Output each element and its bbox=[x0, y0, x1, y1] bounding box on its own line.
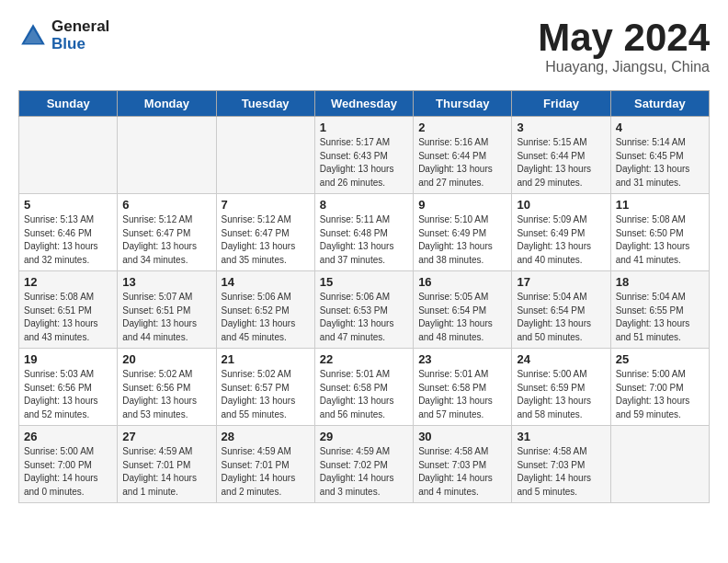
calendar-cell bbox=[118, 117, 216, 194]
day-number: 21 bbox=[222, 352, 310, 366]
calendar-cell: 2Sunrise: 5:16 AM Sunset: 6:44 PM Daylig… bbox=[414, 117, 512, 194]
day-info: Sunrise: 5:07 AM Sunset: 6:51 PM Dayligh… bbox=[122, 291, 210, 344]
calendar-body: 1Sunrise: 5:17 AM Sunset: 6:43 PM Daylig… bbox=[19, 117, 710, 503]
day-info: Sunrise: 5:13 AM Sunset: 6:46 PM Dayligh… bbox=[24, 213, 112, 267]
calendar-cell: 21Sunrise: 5:02 AM Sunset: 6:57 PM Dayli… bbox=[216, 349, 314, 426]
calendar-cell: 8Sunrise: 5:11 AM Sunset: 6:48 PM Daylig… bbox=[314, 194, 413, 271]
day-number: 12 bbox=[24, 275, 112, 289]
day-number: 10 bbox=[517, 198, 605, 212]
day-info: Sunrise: 5:00 AM Sunset: 7:00 PM Dayligh… bbox=[616, 368, 704, 421]
day-info: Sunrise: 5:08 AM Sunset: 6:51 PM Dayligh… bbox=[24, 291, 112, 344]
header-day-saturday: Saturday bbox=[610, 91, 709, 117]
calendar-cell: 30Sunrise: 4:58 AM Sunset: 7:03 PM Dayli… bbox=[414, 426, 512, 503]
day-number: 11 bbox=[616, 198, 704, 212]
day-info: Sunrise: 5:04 AM Sunset: 6:54 PM Dayligh… bbox=[517, 291, 605, 344]
logo: General Blue bbox=[18, 18, 109, 52]
day-info: Sunrise: 5:09 AM Sunset: 6:49 PM Dayligh… bbox=[517, 213, 605, 267]
calendar-cell bbox=[19, 117, 118, 194]
day-number: 30 bbox=[418, 430, 506, 443]
calendar-cell: 7Sunrise: 5:12 AM Sunset: 6:47 PM Daylig… bbox=[216, 194, 314, 271]
day-info: Sunrise: 4:59 AM Sunset: 7:01 PM Dayligh… bbox=[122, 445, 210, 499]
day-number: 9 bbox=[418, 198, 506, 212]
logo-general: General bbox=[51, 18, 109, 36]
week-row-2: 12Sunrise: 5:08 AM Sunset: 6:51 PM Dayli… bbox=[19, 271, 710, 349]
week-row-4: 26Sunrise: 5:00 AM Sunset: 7:00 PM Dayli… bbox=[19, 426, 710, 503]
day-info: Sunrise: 5:02 AM Sunset: 6:57 PM Dayligh… bbox=[222, 368, 310, 421]
day-info: Sunrise: 5:06 AM Sunset: 6:52 PM Dayligh… bbox=[222, 291, 310, 344]
header-row: SundayMondayTuesdayWednesdayThursdayFrid… bbox=[19, 91, 710, 117]
calendar-cell: 13Sunrise: 5:07 AM Sunset: 6:51 PM Dayli… bbox=[118, 271, 216, 349]
day-number: 2 bbox=[418, 121, 506, 134]
header-day-thursday: Thursday bbox=[414, 91, 512, 117]
calendar-cell: 27Sunrise: 4:59 AM Sunset: 7:01 PM Dayli… bbox=[118, 426, 216, 503]
day-number: 27 bbox=[122, 430, 210, 443]
day-info: Sunrise: 5:12 AM Sunset: 6:47 PM Dayligh… bbox=[122, 213, 210, 267]
calendar-cell: 26Sunrise: 5:00 AM Sunset: 7:00 PM Dayli… bbox=[19, 426, 118, 503]
day-info: Sunrise: 5:10 AM Sunset: 6:49 PM Dayligh… bbox=[418, 213, 506, 267]
day-number: 24 bbox=[517, 352, 605, 366]
day-number: 25 bbox=[616, 352, 704, 366]
day-info: Sunrise: 4:59 AM Sunset: 7:02 PM Dayligh… bbox=[320, 445, 408, 499]
day-number: 8 bbox=[320, 198, 408, 212]
calendar-cell: 19Sunrise: 5:03 AM Sunset: 6:56 PM Dayli… bbox=[19, 349, 118, 426]
day-info: Sunrise: 5:17 AM Sunset: 6:43 PM Dayligh… bbox=[320, 136, 408, 190]
calendar-cell: 29Sunrise: 4:59 AM Sunset: 7:02 PM Dayli… bbox=[314, 426, 413, 503]
day-number: 26 bbox=[24, 430, 112, 443]
calendar-cell: 25Sunrise: 5:00 AM Sunset: 7:00 PM Dayli… bbox=[610, 349, 709, 426]
day-info: Sunrise: 5:06 AM Sunset: 6:53 PM Dayligh… bbox=[320, 291, 408, 344]
day-number: 29 bbox=[320, 430, 408, 443]
calendar-cell: 11Sunrise: 5:08 AM Sunset: 6:50 PM Dayli… bbox=[610, 194, 709, 271]
day-info: Sunrise: 5:00 AM Sunset: 6:59 PM Dayligh… bbox=[517, 368, 605, 421]
day-number: 4 bbox=[616, 121, 704, 134]
calendar-cell: 3Sunrise: 5:15 AM Sunset: 6:44 PM Daylig… bbox=[512, 117, 610, 194]
day-number: 13 bbox=[122, 275, 210, 289]
day-number: 19 bbox=[24, 352, 112, 366]
day-info: Sunrise: 5:08 AM Sunset: 6:50 PM Dayligh… bbox=[616, 213, 704, 267]
title-block: May 2024 Huayang, Jiangsu, China bbox=[538, 18, 710, 75]
day-info: Sunrise: 5:12 AM Sunset: 6:47 PM Dayligh… bbox=[222, 213, 310, 267]
location: Huayang, Jiangsu, China bbox=[538, 59, 710, 75]
day-info: Sunrise: 5:04 AM Sunset: 6:55 PM Dayligh… bbox=[616, 291, 704, 344]
day-number: 5 bbox=[24, 198, 112, 212]
header-day-friday: Friday bbox=[512, 91, 610, 117]
calendar-cell: 1Sunrise: 5:17 AM Sunset: 6:43 PM Daylig… bbox=[314, 117, 413, 194]
calendar-cell: 14Sunrise: 5:06 AM Sunset: 6:52 PM Dayli… bbox=[216, 271, 314, 349]
day-number: 16 bbox=[418, 275, 506, 289]
calendar-cell: 18Sunrise: 5:04 AM Sunset: 6:55 PM Dayli… bbox=[610, 271, 709, 349]
day-info: Sunrise: 5:02 AM Sunset: 6:56 PM Dayligh… bbox=[122, 368, 210, 421]
day-number: 28 bbox=[222, 430, 310, 443]
day-info: Sunrise: 5:05 AM Sunset: 6:54 PM Dayligh… bbox=[418, 291, 506, 344]
calendar-cell: 5Sunrise: 5:13 AM Sunset: 6:46 PM Daylig… bbox=[19, 194, 118, 271]
calendar-cell: 12Sunrise: 5:08 AM Sunset: 6:51 PM Dayli… bbox=[19, 271, 118, 349]
calendar-cell: 10Sunrise: 5:09 AM Sunset: 6:49 PM Dayli… bbox=[512, 194, 610, 271]
day-number: 18 bbox=[616, 275, 704, 289]
day-info: Sunrise: 4:58 AM Sunset: 7:03 PM Dayligh… bbox=[517, 445, 605, 499]
calendar-cell: 17Sunrise: 5:04 AM Sunset: 6:54 PM Dayli… bbox=[512, 271, 610, 349]
header-day-tuesday: Tuesday bbox=[216, 91, 314, 117]
day-number: 22 bbox=[320, 352, 408, 366]
day-info: Sunrise: 5:01 AM Sunset: 6:58 PM Dayligh… bbox=[418, 368, 506, 421]
calendar-cell: 15Sunrise: 5:06 AM Sunset: 6:53 PM Dayli… bbox=[314, 271, 413, 349]
day-info: Sunrise: 4:58 AM Sunset: 7:03 PM Dayligh… bbox=[418, 445, 506, 499]
calendar-cell: 20Sunrise: 5:02 AM Sunset: 6:56 PM Dayli… bbox=[118, 349, 216, 426]
header-day-monday: Monday bbox=[118, 91, 216, 117]
day-number: 1 bbox=[320, 121, 408, 134]
day-number: 3 bbox=[517, 121, 605, 134]
day-info: Sunrise: 5:01 AM Sunset: 6:58 PM Dayligh… bbox=[320, 368, 408, 421]
calendar-cell: 6Sunrise: 5:12 AM Sunset: 6:47 PM Daylig… bbox=[118, 194, 216, 271]
day-info: Sunrise: 5:11 AM Sunset: 6:48 PM Dayligh… bbox=[320, 213, 408, 267]
calendar-cell: 23Sunrise: 5:01 AM Sunset: 6:58 PM Dayli… bbox=[414, 349, 512, 426]
calendar-cell bbox=[216, 117, 314, 194]
calendar-cell: 9Sunrise: 5:10 AM Sunset: 6:49 PM Daylig… bbox=[414, 194, 512, 271]
calendar-header: SundayMondayTuesdayWednesdayThursdayFrid… bbox=[19, 91, 710, 117]
calendar-cell: 22Sunrise: 5:01 AM Sunset: 6:58 PM Dayli… bbox=[314, 349, 413, 426]
day-info: Sunrise: 5:00 AM Sunset: 7:00 PM Dayligh… bbox=[24, 445, 112, 499]
calendar-cell: 16Sunrise: 5:05 AM Sunset: 6:54 PM Dayli… bbox=[414, 271, 512, 349]
page-header: General Blue May 2024 Huayang, Jiangsu, … bbox=[18, 18, 710, 75]
logo-icon bbox=[18, 21, 48, 51]
day-number: 15 bbox=[320, 275, 408, 289]
calendar-table: SundayMondayTuesdayWednesdayThursdayFrid… bbox=[18, 90, 710, 503]
day-info: Sunrise: 5:14 AM Sunset: 6:45 PM Dayligh… bbox=[616, 136, 704, 190]
day-number: 17 bbox=[517, 275, 605, 289]
calendar-cell: 24Sunrise: 5:00 AM Sunset: 6:59 PM Dayli… bbox=[512, 349, 610, 426]
